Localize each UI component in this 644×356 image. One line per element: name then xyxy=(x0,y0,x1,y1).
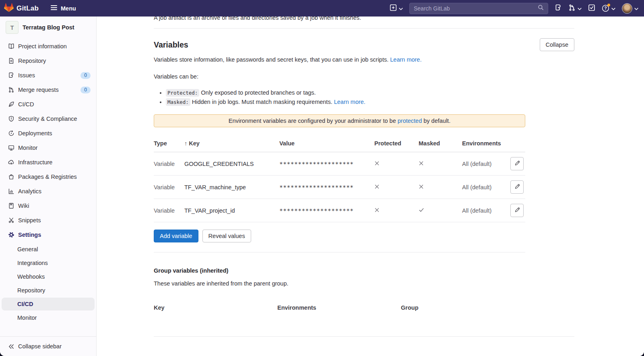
wiki-icon xyxy=(8,203,14,209)
merge-requests-menu[interactable] xyxy=(568,4,582,13)
search-input[interactable] xyxy=(414,5,538,12)
group-variables-table-header: Key Environments Group xyxy=(154,304,559,311)
chevron-down-icon xyxy=(634,5,638,12)
sidebar-item-wiki[interactable]: Wiki xyxy=(0,199,96,213)
table-row: Variable TF_VAR_project_id *************… xyxy=(154,199,525,222)
help-menu[interactable]: ? xyxy=(602,4,615,12)
masking-learn-more-link[interactable]: Learn more. xyxy=(334,99,365,105)
group-col-group: Group xyxy=(401,304,419,311)
pencil-icon xyxy=(514,207,520,214)
project-information-icon xyxy=(8,43,14,50)
plus-icon xyxy=(390,4,397,13)
col-actions xyxy=(510,137,525,152)
todos-icon[interactable] xyxy=(588,4,595,13)
add-variable-button[interactable]: Add variable xyxy=(154,230,198,242)
deployments-icon xyxy=(8,130,14,137)
help-icon: ? xyxy=(602,4,609,12)
variables-description: Variables store information, like passwo… xyxy=(154,56,574,63)
global-search[interactable] xyxy=(409,3,548,14)
sidebar-item-issues[interactable]: Issues 0 xyxy=(0,68,96,83)
sidebar-subitem-monitor[interactable]: Monitor xyxy=(2,311,95,324)
sidebar-item-security-compliance[interactable]: Security & Compliance xyxy=(0,112,96,126)
sidebar-subitem-integrations[interactable]: Integrations xyxy=(2,257,95,269)
sidebar-item-analytics[interactable]: Analytics xyxy=(0,184,96,199)
search-icon xyxy=(538,4,544,12)
project-avatar: T xyxy=(6,21,19,34)
collapse-section-button[interactable]: Collapse xyxy=(540,38,574,51)
col-protected: Protected xyxy=(374,137,419,152)
notification-dot xyxy=(607,4,610,6)
admin-protected-alert: Environment variables are configured by … xyxy=(154,114,525,127)
sidebar-subitem-general[interactable]: General xyxy=(2,243,95,256)
sidebar-item-project-information[interactable]: Project information xyxy=(0,39,96,54)
svg-text:?: ? xyxy=(604,6,607,10)
sidebar-item-monitor[interactable]: Monitor xyxy=(0,141,96,155)
new-menu-button[interactable] xyxy=(390,4,403,13)
top-navbar: GitLab Menu xyxy=(0,0,644,17)
table-header-row: Type ↑Key Value Protected Masked Environ… xyxy=(154,137,525,152)
chevron-down-icon xyxy=(578,5,582,12)
check-icon xyxy=(419,207,424,214)
infrastructure-icon xyxy=(8,159,14,166)
menu-button[interactable]: Menu xyxy=(51,5,76,12)
protected-bullet: Protected: Only exposed to protected bra… xyxy=(166,88,574,97)
pencil-icon xyxy=(514,160,520,167)
merge-request-icon xyxy=(568,4,576,13)
edit-variable-button[interactable] xyxy=(510,204,524,217)
packages-icon xyxy=(8,174,14,180)
user-menu[interactable] xyxy=(622,3,638,14)
section-divider xyxy=(154,252,525,253)
collapse-sidebar-button[interactable]: Collapse sidebar xyxy=(0,336,96,356)
sidebar-item-packages-registries[interactable]: Packages & Registries xyxy=(0,170,96,184)
sidebar-item-settings[interactable]: Settings xyxy=(0,228,96,242)
reveal-values-button[interactable]: Reveal values xyxy=(202,230,251,242)
protected-docs-link[interactable]: protected xyxy=(398,118,422,124)
edit-variable-button[interactable] xyxy=(510,180,524,194)
cicd-icon xyxy=(8,101,14,108)
section-divider xyxy=(154,28,574,29)
masked-code-chip: Masked: xyxy=(166,98,190,106)
learn-more-link[interactable]: Learn more. xyxy=(390,56,421,63)
x-icon xyxy=(374,184,380,190)
col-type: Type xyxy=(154,137,184,152)
hamburger-icon xyxy=(51,5,57,12)
col-value: Value xyxy=(279,137,374,152)
group-variables-title: Group variables (inherited) xyxy=(154,267,574,274)
security-icon xyxy=(8,116,14,122)
sidebar-item-repository[interactable]: Repository xyxy=(0,54,96,68)
sidebar-subitem-webhooks[interactable]: Webhooks xyxy=(2,270,95,283)
table-row: Variable TF_VAR_machine_type ***********… xyxy=(154,176,525,199)
sidebar-subitem-repository[interactable]: Repository xyxy=(2,284,95,297)
sort-ascending-icon: ↑ xyxy=(184,140,187,147)
repository-icon xyxy=(8,58,14,64)
variables-bullet-list: Protected: Only exposed to protected bra… xyxy=(154,88,574,107)
gitlab-tanuki-icon xyxy=(4,3,14,14)
gitlab-logo-link[interactable]: GitLab xyxy=(4,3,39,14)
merge-requests-count-badge: 0 xyxy=(80,87,91,93)
ci-variables-table: Type ↑Key Value Protected Masked Environ… xyxy=(154,137,525,222)
project-sidebar: T Terratag Blog Post Project information xyxy=(0,17,97,356)
project-context-header[interactable]: T Terratag Blog Post xyxy=(0,17,96,39)
issues-dashboard-icon[interactable] xyxy=(555,4,562,13)
sidebar-item-snippets[interactable]: Snippets xyxy=(0,213,96,228)
sidebar-item-cicd[interactable]: CI/CD xyxy=(0,97,96,112)
x-icon xyxy=(419,161,424,167)
pencil-icon xyxy=(514,184,520,190)
double-chevron-left-icon xyxy=(8,344,14,349)
chevron-down-icon xyxy=(611,5,615,12)
project-name: Terratag Blog Post xyxy=(23,24,74,31)
masked-bullet: Masked: Hidden in job logs. Must match m… xyxy=(166,97,574,107)
sidebar-item-merge-requests[interactable]: Merge requests 0 xyxy=(0,83,96,97)
edit-variable-button[interactable] xyxy=(510,157,524,170)
snippets-icon xyxy=(8,217,14,224)
col-key[interactable]: ↑Key xyxy=(184,137,279,152)
group-table-divider xyxy=(154,336,574,337)
table-row: Variable GOOGLE_CREDENTIALS ************… xyxy=(154,152,525,176)
brand-wordmark: GitLab xyxy=(17,4,39,12)
sidebar-subitem-cicd[interactable]: CI/CD xyxy=(2,298,95,310)
sidebar-item-deployments[interactable]: Deployments xyxy=(0,126,96,141)
group-col-key: Key xyxy=(154,304,277,311)
protected-code-chip: Protected: xyxy=(166,89,199,97)
monitor-icon xyxy=(8,145,14,151)
sidebar-item-infrastructure[interactable]: Infrastructure xyxy=(0,155,96,170)
